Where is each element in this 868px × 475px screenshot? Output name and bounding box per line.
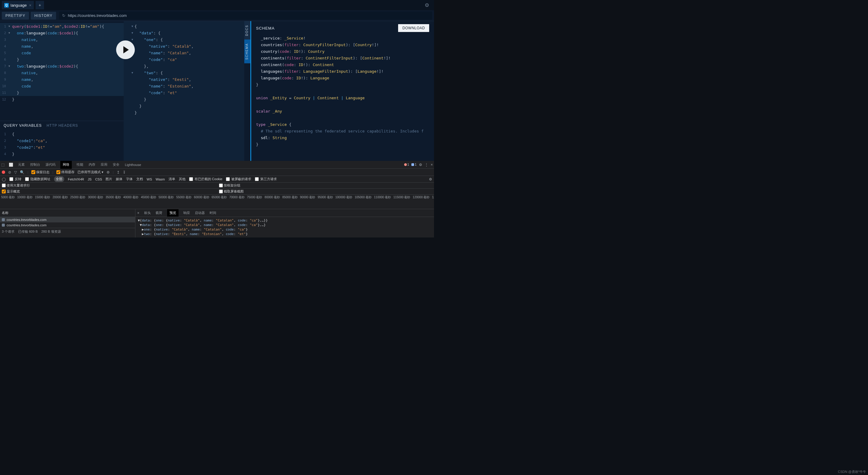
keep-log-check[interactable]: 保留日志 <box>31 170 50 174</box>
filter-pill[interactable]: WS <box>147 177 152 181</box>
request-row[interactable]: countries.trevorblades.com <box>0 222 135 228</box>
filter-pill[interactable]: CSS <box>95 177 102 181</box>
wifi-icon[interactable]: ⚙ <box>106 170 110 174</box>
request-row[interactable]: countries.trevorblades.com <box>0 217 135 222</box>
filter-icon[interactable]: ▽ <box>14 170 17 174</box>
filter-pill[interactable]: 字体 <box>126 177 133 181</box>
run-button[interactable] <box>116 40 135 59</box>
filter-settings-icon[interactable]: ⚙ <box>429 177 432 181</box>
filter-input-icon[interactable]: ◯ <box>2 177 6 181</box>
devtools-tab[interactable]: 网络 <box>60 160 72 169</box>
hide-data-check[interactable]: 隐藏数据网址 <box>25 177 50 181</box>
response-viewer[interactable]: ▼{▼ "data": {▼ "one": { "native": "Catal… <box>124 21 244 161</box>
download-button[interactable]: DOWNLOAD <box>398 24 429 32</box>
editor-line[interactable]: 2▼ one:language(code:$code1){ <box>0 30 124 36</box>
variables-editor[interactable]: 1{2 "code1":"ca",3 "code2":"et"4} <box>0 129 124 161</box>
editor-line[interactable]: 11 } <box>0 89 124 96</box>
editor-line[interactable]: 4 name, <box>0 43 124 50</box>
devtools-tab[interactable]: 控制台 <box>30 162 41 167</box>
timeline-tick: 45000 毫秒 <box>140 195 157 209</box>
editor-line[interactable]: 6 } <box>0 56 124 63</box>
schema-body[interactable]: _service: _Service! countries(filter: Co… <box>251 35 434 161</box>
reload-icon[interactable]: ↻ <box>62 13 65 18</box>
show-overview-check[interactable]: 显示概览 <box>2 189 20 194</box>
devtools-tab[interactable]: 性能 <box>76 162 84 167</box>
detail-tab[interactable]: 启动器 <box>195 211 205 215</box>
editor-line[interactable]: 3 "code2":"et" <box>0 144 124 151</box>
download-icon[interactable]: ↧ <box>123 170 126 174</box>
filter-pill[interactable]: JS <box>88 177 92 181</box>
http-headers-tab[interactable]: HTTP HEADERS <box>46 123 78 128</box>
clear-icon[interactable]: ⊘ <box>8 170 11 174</box>
editor-line[interactable]: 1{ <box>0 131 124 137</box>
filter-pill[interactable]: 其他 <box>179 177 185 181</box>
detail-tab[interactable]: 标头 <box>144 211 151 215</box>
search-icon[interactable]: 🔍 <box>20 170 25 174</box>
record-icon[interactable] <box>2 171 5 174</box>
invert-check[interactable]: 反转 <box>9 177 22 181</box>
gear-icon[interactable]: ⚙ <box>425 2 429 8</box>
timeline[interactable]: 5000 毫秒10000 毫秒15000 毫秒20000 毫秒25000 毫秒3… <box>0 195 434 209</box>
preview-line[interactable]: ▶one: {native: "Català", name: "Catalan"… <box>138 227 432 232</box>
schema-tab[interactable]: SCHEMA <box>244 39 250 63</box>
filter-pill[interactable]: Fetch/XHR <box>68 177 84 181</box>
filter-pill[interactable]: 媒体 <box>116 177 122 181</box>
preview-line[interactable]: ▼{data: {one: {native: "Català", name: "… <box>138 218 432 223</box>
history-button[interactable]: HISTORY <box>31 12 56 20</box>
file-tab[interactable]: Q language × <box>2 1 34 9</box>
more-icon[interactable]: ⋮ <box>425 162 428 167</box>
large-rows-check[interactable]: 使用大量请求行 <box>2 183 30 188</box>
url-bar[interactable]: ↻ https://countries.trevorblades.com <box>59 11 432 20</box>
editor-line[interactable]: 2 "code1":"ca", <box>0 137 124 144</box>
preview-line[interactable]: ▶two: {native: "Eesti", name: "Estonian"… <box>138 232 432 236</box>
editor-line[interactable]: 9 name, <box>0 76 124 83</box>
group-frame-check[interactable]: 按框架分组 <box>219 183 240 188</box>
device-icon[interactable]: ⬜ <box>9 162 13 167</box>
preview-panel[interactable]: ▼{data: {one: {native: "Català", name: "… <box>135 217 434 237</box>
editor-line[interactable]: 3 native, <box>0 36 124 43</box>
editor-line[interactable]: 7▼ two:language(code:$code2){ <box>0 63 124 69</box>
editor-line[interactable]: 8 native, <box>0 69 124 76</box>
filter-pill[interactable]: Wasm <box>156 177 165 181</box>
preview-line[interactable]: ▼data: {one: {native: "Català", name: "C… <box>138 223 432 227</box>
name-column-header[interactable]: 名称 <box>0 209 135 217</box>
devtools-tab[interactable]: 应用 <box>100 162 108 167</box>
docs-tab[interactable]: DOCS <box>244 21 250 39</box>
throttle-select[interactable]: 已停用节流模式 ▾ <box>78 170 103 174</box>
editor-line[interactable]: 10 code <box>0 83 124 89</box>
message-badge[interactable]: 1 <box>411 163 416 166</box>
filter-check[interactable]: 第三方请求 <box>255 177 277 181</box>
filter-pill[interactable]: 图片 <box>105 177 112 181</box>
devtools-tab[interactable]: 元素 <box>18 162 25 167</box>
screenshot-check[interactable]: 截取屏幕截图 <box>219 189 244 194</box>
add-tab-button[interactable]: + <box>36 1 44 9</box>
filter-check[interactable]: 被屏蔽的请求 <box>226 177 251 181</box>
upload-icon[interactable]: ↥ <box>117 170 120 174</box>
devtools-tab[interactable]: Lighthouse <box>124 163 142 167</box>
editor-line[interactable]: 4} <box>0 151 124 157</box>
editor-line[interactable]: 12} <box>0 96 124 102</box>
close-devtools-icon[interactable]: × <box>431 162 433 167</box>
filter-pill[interactable]: 全部 <box>54 176 64 182</box>
devtools-tab[interactable]: 安全 <box>112 162 120 167</box>
filter-check[interactable]: 有已拦截的 Cookie <box>189 177 222 181</box>
editor-line[interactable]: 5 code <box>0 50 124 56</box>
query-variables-tab[interactable]: QUERY VARIABLES <box>4 123 42 128</box>
detail-tab[interactable]: 响应 <box>183 211 190 215</box>
close-icon[interactable]: × <box>29 3 32 7</box>
query-editor[interactable]: 1▼query($code1:ID!="am",$code2:ID!="am")… <box>0 21 124 121</box>
devtools-tab[interactable]: 内存 <box>88 162 96 167</box>
filter-pill[interactable]: 文档 <box>136 177 143 181</box>
disable-cache-check[interactable]: 停用缓存 <box>56 170 74 174</box>
devtools-tab[interactable]: 源代码 <box>45 162 56 167</box>
error-badge[interactable]: 1 <box>404 163 409 166</box>
detail-tab[interactable]: 载荷 <box>156 211 162 215</box>
prettify-button[interactable]: PRETTIFY <box>2 12 29 20</box>
detail-tab[interactable]: 预览 <box>167 209 179 217</box>
editor-line[interactable]: 1▼query($code1:ID!="am",$code2:ID!="am")… <box>0 23 124 30</box>
inspect-icon[interactable]: ⬚ <box>1 162 4 167</box>
detail-tab[interactable]: 时间 <box>210 211 216 215</box>
filter-pill[interactable]: 清单 <box>168 177 175 181</box>
settings-icon[interactable]: ⚙ <box>419 162 422 167</box>
close-detail-icon[interactable]: × <box>137 211 140 215</box>
